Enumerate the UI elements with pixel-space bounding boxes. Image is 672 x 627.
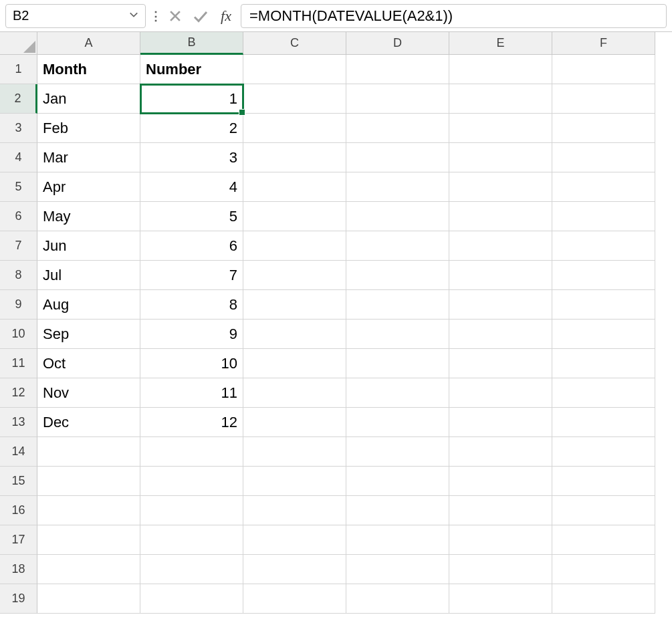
row-header-9[interactable]: 9 — [0, 290, 37, 320]
cell-D10[interactable] — [346, 320, 449, 349]
cell-D6[interactable] — [346, 202, 449, 231]
cell-D19[interactable] — [346, 584, 449, 614]
cell-A13[interactable]: Dec — [37, 408, 140, 437]
cell-F9[interactable] — [552, 290, 655, 320]
cell-A8[interactable]: Jul — [37, 261, 140, 290]
cell-C13[interactable] — [243, 408, 346, 437]
row-header-6[interactable]: 6 — [0, 202, 37, 231]
row-header-10[interactable]: 10 — [0, 320, 37, 349]
cell-C15[interactable] — [243, 467, 346, 496]
column-header-B[interactable]: B — [140, 32, 243, 55]
cell-C4[interactable] — [243, 143, 346, 172]
row-header-14[interactable]: 14 — [0, 437, 37, 467]
cell-D17[interactable] — [346, 525, 449, 555]
cell-B6[interactable]: 5 — [140, 202, 243, 231]
cell-A3[interactable]: Feb — [37, 114, 140, 143]
cell-D14[interactable] — [346, 437, 449, 467]
cell-E7[interactable] — [449, 231, 552, 261]
cell-A15[interactable] — [37, 467, 140, 496]
cell-E9[interactable] — [449, 290, 552, 320]
cell-A4[interactable]: Mar — [37, 143, 140, 172]
cell-C6[interactable] — [243, 202, 346, 231]
cell-B4[interactable]: 3 — [140, 143, 243, 172]
chevron-down-icon[interactable] — [129, 10, 138, 21]
cell-D2[interactable] — [346, 84, 449, 114]
row-header-5[interactable]: 5 — [0, 172, 37, 202]
cell-E4[interactable] — [449, 143, 552, 172]
cell-C17[interactable] — [243, 525, 346, 555]
cell-D1[interactable] — [346, 55, 449, 84]
enter-icon[interactable] — [190, 5, 211, 27]
cell-A1[interactable]: Month — [37, 55, 140, 84]
cell-D13[interactable] — [346, 408, 449, 437]
row-header-19[interactable]: 19 — [0, 584, 37, 614]
cell-A5[interactable]: Apr — [37, 172, 140, 202]
cell-C10[interactable] — [243, 320, 346, 349]
cell-F19[interactable] — [552, 584, 655, 614]
cell-E18[interactable] — [449, 555, 552, 584]
cell-B14[interactable] — [140, 437, 243, 467]
cell-F6[interactable] — [552, 202, 655, 231]
cell-B9[interactable]: 8 — [140, 290, 243, 320]
row-header-1[interactable]: 1 — [0, 55, 37, 84]
cell-A6[interactable]: May — [37, 202, 140, 231]
cell-D4[interactable] — [346, 143, 449, 172]
cell-D12[interactable] — [346, 378, 449, 408]
cell-B17[interactable] — [140, 525, 243, 555]
cell-F1[interactable] — [552, 55, 655, 84]
cell-A19[interactable] — [37, 584, 140, 614]
row-header-16[interactable]: 16 — [0, 496, 37, 525]
cell-E19[interactable] — [449, 584, 552, 614]
cell-C5[interactable] — [243, 172, 346, 202]
cell-A16[interactable] — [37, 496, 140, 525]
cell-B3[interactable]: 2 — [140, 114, 243, 143]
cell-D15[interactable] — [346, 467, 449, 496]
row-header-8[interactable]: 8 — [0, 261, 37, 290]
cell-C2[interactable] — [243, 84, 346, 114]
fx-icon[interactable]: fx — [215, 5, 237, 27]
cell-F12[interactable] — [552, 378, 655, 408]
cell-F10[interactable] — [552, 320, 655, 349]
cell-A14[interactable] — [37, 437, 140, 467]
cell-F4[interactable] — [552, 143, 655, 172]
cell-E14[interactable] — [449, 437, 552, 467]
cell-F16[interactable] — [552, 496, 655, 525]
cell-A7[interactable]: Jun — [37, 231, 140, 261]
cell-B5[interactable]: 4 — [140, 172, 243, 202]
cell-A10[interactable]: Sep — [37, 320, 140, 349]
row-header-18[interactable]: 18 — [0, 555, 37, 584]
cell-C16[interactable] — [243, 496, 346, 525]
cell-B10[interactable]: 9 — [140, 320, 243, 349]
cell-E1[interactable] — [449, 55, 552, 84]
row-header-13[interactable]: 13 — [0, 408, 37, 437]
vertical-dots-icon[interactable]: ⋮ — [150, 9, 160, 23]
cell-C1[interactable] — [243, 55, 346, 84]
row-header-4[interactable]: 4 — [0, 143, 37, 172]
cell-C12[interactable] — [243, 378, 346, 408]
cell-D18[interactable] — [346, 555, 449, 584]
row-header-17[interactable]: 17 — [0, 525, 37, 555]
cell-E6[interactable] — [449, 202, 552, 231]
cell-E17[interactable] — [449, 525, 552, 555]
cell-E16[interactable] — [449, 496, 552, 525]
cell-C3[interactable] — [243, 114, 346, 143]
cell-F17[interactable] — [552, 525, 655, 555]
cell-D7[interactable] — [346, 231, 449, 261]
cell-F14[interactable] — [552, 437, 655, 467]
cell-E3[interactable] — [449, 114, 552, 143]
cell-F8[interactable] — [552, 261, 655, 290]
cell-B19[interactable] — [140, 584, 243, 614]
cell-A12[interactable]: Nov — [37, 378, 140, 408]
cell-F7[interactable] — [552, 231, 655, 261]
cell-E13[interactable] — [449, 408, 552, 437]
cell-B2[interactable]: 1 — [140, 84, 243, 114]
cell-D5[interactable] — [346, 172, 449, 202]
cell-E5[interactable] — [449, 172, 552, 202]
cell-E2[interactable] — [449, 84, 552, 114]
row-header-12[interactable]: 12 — [0, 378, 37, 408]
cell-F15[interactable] — [552, 467, 655, 496]
formula-input[interactable]: =MONTH(DATEVALUE(A2&1)) — [241, 4, 667, 28]
name-box[interactable]: B2 — [5, 4, 146, 28]
cancel-icon[interactable] — [164, 5, 186, 27]
cell-F3[interactable] — [552, 114, 655, 143]
